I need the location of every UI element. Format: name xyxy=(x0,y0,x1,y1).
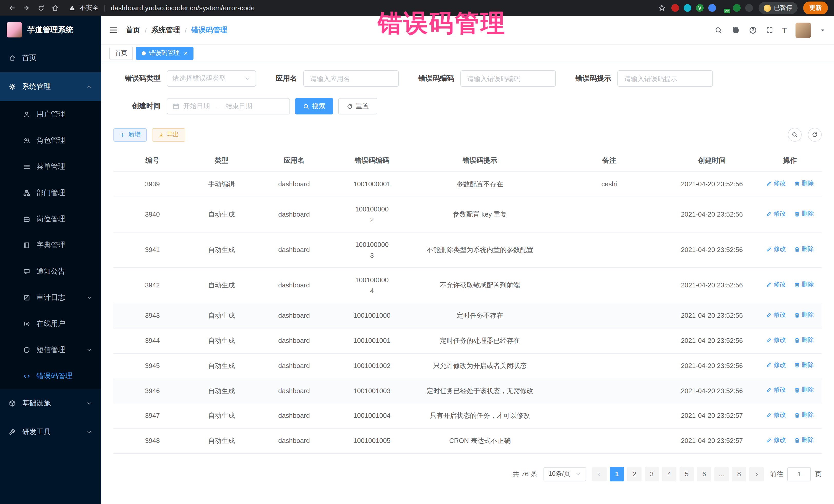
refresh-table-button[interactable] xyxy=(808,128,822,141)
help-icon[interactable] xyxy=(749,26,757,34)
back-icon[interactable] xyxy=(6,2,18,14)
app-name-input[interactable] xyxy=(303,70,399,87)
search-button[interactable]: 搜索 xyxy=(295,98,333,114)
app-logo[interactable]: 芋道管理系统 xyxy=(0,16,101,44)
next-page-button[interactable] xyxy=(749,467,764,481)
page-button-5[interactable]: 5 xyxy=(680,467,694,481)
hamburger-icon[interactable] xyxy=(109,26,118,35)
home-icon[interactable] xyxy=(49,2,61,14)
delete-link[interactable]: 删除 xyxy=(794,410,814,420)
cell-hint: 定时任务的处理器已经存在 xyxy=(407,328,552,353)
app-name-label: 应用名 xyxy=(276,74,297,83)
delete-link[interactable]: 删除 xyxy=(794,244,814,254)
delete-link[interactable]: 删除 xyxy=(794,335,814,345)
cell-hint: CRON 表达式不正确 xyxy=(407,428,552,454)
cell-actions: 修改 删除 xyxy=(758,328,822,353)
close-icon[interactable]: × xyxy=(184,50,188,57)
error-code-table: 编号 类型 应用名 错误码编码 错误码提示 备注 创建时间 操作 3939 手动… xyxy=(113,150,822,454)
forward-icon[interactable] xyxy=(21,2,32,14)
sidebar-item-13[interactable]: 基础设施 xyxy=(0,389,101,418)
sidebar-item-1[interactable]: 系统管理 xyxy=(0,72,101,101)
sidebar-item-2[interactable]: 用户管理 xyxy=(0,101,101,127)
edit-link[interactable]: 修改 xyxy=(766,179,786,189)
reload-icon[interactable] xyxy=(35,2,47,14)
extension-icon-2[interactable] xyxy=(684,4,691,12)
page-button-4[interactable]: 4 xyxy=(662,467,676,481)
reset-button[interactable]: 重置 xyxy=(338,98,377,114)
page-size-select[interactable]: 10条/页 xyxy=(543,467,586,481)
caret-down-icon[interactable] xyxy=(820,27,826,33)
date-range-picker[interactable]: 开始日期 - 结束日期 xyxy=(167,98,290,114)
delete-link[interactable]: 删除 xyxy=(794,310,814,320)
tab-home[interactable]: 首页 xyxy=(109,46,133,60)
edit-link[interactable]: 修改 xyxy=(766,280,786,290)
page-button-8[interactable]: 8 xyxy=(732,467,746,481)
sidebar-item-5[interactable]: 部门管理 xyxy=(0,180,101,206)
github-icon[interactable] xyxy=(731,26,740,35)
bookmark-star-icon[interactable] xyxy=(658,4,666,12)
address-bar[interactable]: 不安全 | dashboard.yudao.iocoder.cn/system/… xyxy=(69,4,255,12)
user-avatar[interactable] xyxy=(795,22,811,38)
update-button[interactable]: 更新 xyxy=(803,2,828,14)
edit-link[interactable]: 修改 xyxy=(766,435,786,445)
toggle-search-button[interactable] xyxy=(788,128,802,141)
cell-id: 3940 xyxy=(113,197,192,232)
page-button-1[interactable]: 1 xyxy=(610,467,624,481)
paused-badge[interactable]: 已暂停 xyxy=(759,2,797,14)
breadcrumb-system[interactable]: 系统管理 xyxy=(151,25,180,35)
error-code-input[interactable] xyxy=(460,70,556,87)
page-content: 错误码类型 请选择错误码类型 应用名 错误码编码 xyxy=(101,62,834,504)
delete-link[interactable]: 删除 xyxy=(794,385,814,395)
edit-link[interactable]: 修改 xyxy=(766,244,786,254)
page-button-…[interactable]: … xyxy=(715,467,729,481)
edit-link[interactable]: 修改 xyxy=(766,410,786,420)
extension-icon-1[interactable] xyxy=(671,4,679,12)
prev-page-button[interactable] xyxy=(592,467,607,481)
edit-link[interactable]: 修改 xyxy=(766,335,786,345)
search-icon[interactable] xyxy=(715,26,723,34)
breadcrumb-home[interactable]: 首页 xyxy=(126,25,140,35)
sidebar-item-9[interactable]: 审计日志 xyxy=(0,284,101,310)
sidebar-item-12[interactable]: 错误码管理 xyxy=(0,363,101,389)
extension-icon-6[interactable] xyxy=(733,4,741,12)
fullscreen-icon[interactable] xyxy=(766,26,773,34)
goto-page-input[interactable] xyxy=(787,467,811,481)
export-button[interactable]: 导出 xyxy=(152,128,185,141)
error-hint-input[interactable] xyxy=(617,70,713,87)
edit-link[interactable]: 修改 xyxy=(766,385,786,395)
edit-link[interactable]: 修改 xyxy=(766,209,786,219)
page-button-2[interactable]: 2 xyxy=(627,467,641,481)
error-type-select[interactable]: 请选择错误码类型 xyxy=(167,70,256,87)
chevron-down-icon xyxy=(86,400,92,407)
cell-code: 1001001002 xyxy=(336,353,407,378)
sidebar-item-11[interactable]: 短信管理 xyxy=(0,337,101,363)
extension-icon-4[interactable] xyxy=(708,4,716,12)
delete-link[interactable]: 删除 xyxy=(794,179,814,189)
trash-icon xyxy=(794,362,800,368)
extension-icon-3[interactable]: V xyxy=(696,4,704,12)
sidebar-item-0[interactable]: 首页 xyxy=(0,44,101,72)
cell-code: 1001001000 xyxy=(336,303,407,328)
sidebar-item-14[interactable]: 研发工具 xyxy=(0,418,101,446)
delete-link[interactable]: 删除 xyxy=(794,360,814,370)
sidebar-item-10[interactable]: 在线用户 xyxy=(0,310,101,337)
sidebar-item-4[interactable]: 菜单管理 xyxy=(0,153,101,180)
extension-icon-7[interactable] xyxy=(745,4,753,12)
edit-link[interactable]: 修改 xyxy=(766,360,786,370)
sidebar-item-3[interactable]: 角色管理 xyxy=(0,127,101,153)
page-button-6[interactable]: 6 xyxy=(697,467,711,481)
sidebar-item-8[interactable]: 通知公告 xyxy=(0,258,101,284)
tab-error-code[interactable]: 错误码管理 × xyxy=(136,46,193,60)
edit-link[interactable]: 修改 xyxy=(766,310,786,320)
extension-icon-5[interactable]: on xyxy=(721,4,728,12)
delete-link[interactable]: 删除 xyxy=(794,209,814,219)
delete-link[interactable]: 删除 xyxy=(794,280,814,290)
font-size-icon[interactable]: T xyxy=(782,26,787,35)
page-button-3[interactable]: 3 xyxy=(644,467,659,481)
delete-link[interactable]: 删除 xyxy=(794,435,814,445)
sidebar-item-6[interactable]: 岗位管理 xyxy=(0,206,101,232)
sidebar-item-7[interactable]: 字典管理 xyxy=(0,232,101,258)
add-button[interactable]: 新增 xyxy=(113,128,147,141)
table-row: 3944 自动生成 dashboard 1001001001 定时任务的处理器已… xyxy=(113,328,822,353)
cell-type: 手动编辑 xyxy=(192,172,252,197)
